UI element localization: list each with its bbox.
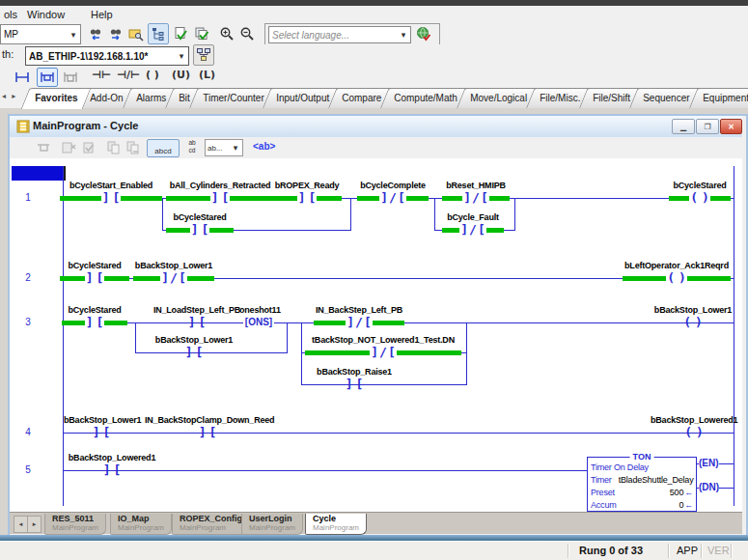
network-who-active-icon	[196, 47, 211, 63]
accum-value[interactable]: 0	[679, 500, 683, 510]
contact-no[interactable]: bBackStop_Lower1	[64, 415, 139, 439]
rung-number-5[interactable]: 5	[15, 463, 41, 477]
maximize-button[interactable]: ❐	[696, 119, 719, 134]
timer-operand-value[interactable]: tBladeShuttle_Delay	[619, 475, 694, 485]
tab-equipment-phase[interactable]: Equipment Phase	[688, 88, 748, 109]
browse-arrow-icon[interactable]	[684, 488, 693, 497]
search-next-button[interactable]	[105, 23, 126, 44]
contact-no[interactable]: bCycleStart_Enabled	[60, 181, 162, 205]
dropdown-arrow-icon[interactable]	[175, 47, 188, 65]
find-in-project-button[interactable]	[125, 23, 147, 44]
main-toolbar: MP	[0, 23, 748, 44]
browse-network-button[interactable]	[193, 44, 214, 66]
ton-timer-block[interactable]: TON Timer On Delay Timer tBladeShuttle_D…	[587, 457, 697, 512]
accept-rung-icon-disabled[interactable]	[82, 140, 97, 155]
coil-unlatch-button[interactable]: (U)	[169, 69, 193, 84]
tab-favorites[interactable]: Favorites	[21, 88, 92, 109]
contact-no[interactable]: IN_LoadStep_Left_PB	[152, 305, 241, 329]
tab-scroll-right-button[interactable]: ▸	[27, 516, 42, 533]
zoom-out-icon	[239, 26, 255, 42]
minimize-button[interactable]: ▁	[672, 119, 695, 134]
contact-nc[interactable]: bBackStop_Lower1	[133, 261, 214, 285]
contact-nc[interactable]: bReset_HMIPB	[442, 181, 510, 205]
zoom-out-button[interactable]	[236, 23, 258, 44]
find-folder-icon	[128, 26, 144, 42]
new-rung-button[interactable]	[12, 68, 33, 87]
import-rung-icon-disabled[interactable]	[125, 140, 141, 155]
rung-1-branch-left	[162, 198, 163, 231]
rung-1-branch2-right	[514, 198, 515, 231]
contact-nc-button[interactable]: ⊣/⊢	[114, 69, 143, 84]
insert-branch-icon-disabled[interactable]	[36, 140, 51, 155]
verify-controller-icon	[194, 26, 209, 42]
rung-number-2[interactable]: 2	[15, 271, 41, 285]
close-button[interactable]: ✕	[720, 119, 742, 134]
path-toolbar: th: AB_ETHIP-1\192.168.1.10*	[0, 44, 748, 66]
menu-tools[interactable]: ols	[0, 8, 21, 21]
rung-number-1[interactable]: 1	[15, 191, 41, 205]
contact-nc[interactable]: bCycle_Fault	[442, 212, 504, 237]
search-previous-button[interactable]	[85, 23, 106, 44]
coil-button[interactable]: ( )	[143, 69, 162, 84]
tab-scroll-left-button[interactable]: ◂	[14, 516, 28, 533]
coil-latch-button[interactable]: (L)	[196, 69, 218, 84]
path-combo[interactable]: AB_ETHIP-1\192.168.1.10*	[25, 46, 189, 66]
dropdown-arrow-icon[interactable]	[229, 140, 242, 155]
contact-no[interactable]: bBackStop_Lower1	[152, 335, 235, 359]
tab-scroll-arrows[interactable]: ◂ ▸	[2, 92, 17, 100]
rung-number-4[interactable]: 4	[15, 426, 41, 439]
rung-0-selection[interactable]	[12, 166, 63, 181]
language-select[interactable]: Select language...	[268, 26, 411, 43]
contact-nc[interactable]: IN_BackStep_Left_PB	[314, 305, 404, 329]
ladder-editor[interactable]: 1 2 3 4 5	[10, 158, 742, 512]
one-shot-instruction[interactable]: oneshot11 [ONS]	[239, 305, 278, 329]
contact-no[interactable]: bCycleStared	[166, 212, 234, 237]
display-options-combo[interactable]: ab...	[205, 139, 243, 156]
preset-value[interactable]: 500	[670, 488, 683, 497]
routine-tab-io-map[interactable]: IO_Map MainProgram	[110, 514, 172, 535]
zoom-in-button[interactable]	[216, 23, 237, 44]
dropdown-arrow-icon[interactable]	[67, 25, 80, 43]
contact-no[interactable]: bAll_Cylinders_Retracted	[166, 181, 274, 205]
browse-tags-button[interactable]: <ab>	[253, 141, 275, 152]
routine-tab-cycle[interactable]: Cycle MainProgram	[305, 514, 367, 535]
edit-rung-icon-disabled[interactable]	[61, 140, 76, 155]
verify-controller-button[interactable]	[191, 23, 212, 44]
contact-no[interactable]: bBackStop_Lowered1	[64, 453, 160, 477]
menu-help[interactable]: Help	[87, 8, 117, 21]
contact-nc[interactable]: tBackStop_NOT_Lowered1_Test.DN	[305, 335, 461, 359]
contact-no[interactable]: bCycleStared	[60, 261, 129, 285]
language-globe-button[interactable]	[416, 26, 431, 45]
quick-tag-combo[interactable]: MP	[0, 24, 81, 44]
language-toolbar: Select language...	[264, 23, 440, 45]
contact-no[interactable]: bCycleStared	[62, 305, 127, 329]
browse-arrow-icon[interactable]	[684, 500, 693, 510]
toggle-tag-names-button[interactable]: abcd	[147, 139, 180, 157]
routine-tab-userlogin[interactable]: UserLogin MainProgram	[241, 514, 303, 535]
branch-level-button[interactable]	[60, 68, 81, 87]
rung-number-3[interactable]: 3	[15, 316, 41, 329]
contact-nc[interactable]: bCycleComplete	[357, 181, 429, 205]
export-rung-icon-disabled[interactable]	[106, 140, 122, 155]
output-coil[interactable]: bBackStop_Lowered1	[651, 415, 737, 439]
status-ver-indicator: VER	[707, 545, 730, 556]
output-coil[interactable]: bLeftOperator_Ack1Reqrd	[623, 261, 731, 285]
contact-no-button[interactable]: ⊣⊢	[89, 69, 114, 84]
menu-window[interactable]: Window	[23, 8, 69, 21]
rung-icon	[14, 71, 30, 83]
routine-window-titlebar[interactable]: MainProgram - Cycle ▁ ❐ ✕	[10, 116, 742, 138]
status-rung-indicator: Rung 0 of 33	[579, 545, 643, 556]
dropdown-arrow-icon[interactable]	[397, 27, 410, 42]
new-branch-button[interactable]	[37, 68, 58, 87]
contact-no[interactable]: bROPEX_Ready	[272, 181, 342, 205]
contact-no[interactable]: IN_BackStopClamp_Down_Reed	[145, 415, 270, 439]
contact-no[interactable]: bBackStop_Raise1	[313, 367, 396, 391]
routine-tab-ropex-config[interactable]: ROPEX_Config MainProgram	[172, 514, 250, 535]
globe-check-icon	[416, 26, 431, 42]
toggle-organizer-button[interactable]	[148, 23, 169, 44]
toggle-descriptions-button[interactable]: ab cd	[184, 139, 200, 155]
routine-tab-res-5011[interactable]: RES_5011 MainProgram	[44, 514, 106, 535]
verify-routine-button[interactable]	[170, 23, 191, 44]
output-coil[interactable]: bCycleStared	[669, 181, 731, 205]
output-coil[interactable]: bBackStop_Lower1	[652, 305, 734, 329]
